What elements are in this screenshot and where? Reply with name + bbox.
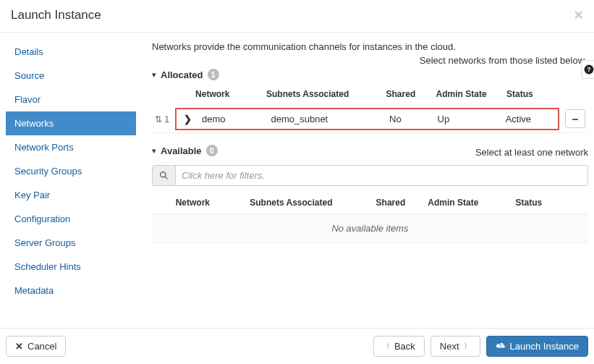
- sidebar-item-source[interactable]: Source: [6, 64, 136, 88]
- remove-network-button[interactable]: −: [565, 109, 585, 128]
- allocated-label: Allocated: [161, 69, 203, 80]
- sidebar-item-details[interactable]: Details: [6, 40, 136, 64]
- page-title: Launch Instance: [11, 8, 101, 22]
- available-hint: Select at least one network: [475, 147, 588, 158]
- filter-input[interactable]: [176, 166, 587, 185]
- available-label: Available: [161, 145, 202, 156]
- sidebar-item-configuration[interactable]: Configuration: [6, 207, 136, 231]
- sidebar-item-server-groups[interactable]: Server Groups: [6, 231, 136, 255]
- col-network: Network: [173, 193, 247, 213]
- cell-shared: No: [386, 109, 435, 130]
- col-status: Status: [499, 193, 559, 213]
- sidebar: Details Source Flavor Networks Network P…: [0, 33, 142, 310]
- cell-network: demo: [199, 109, 268, 130]
- col-subnets: Subnets Associated: [263, 85, 383, 105]
- sidebar-item-network-ports[interactable]: Network Ports: [6, 135, 136, 159]
- back-button[interactable]: 〈 Back: [373, 336, 425, 357]
- cloud-upload-icon: [496, 341, 506, 352]
- chevron-right-icon[interactable]: ❯: [179, 114, 196, 124]
- cell-subnets: demo_subnet: [268, 109, 386, 130]
- allocated-count-badge: 1: [208, 69, 219, 80]
- col-admin: Admin State: [433, 85, 504, 105]
- sidebar-item-scheduler-hints[interactable]: Scheduler Hints: [6, 255, 136, 279]
- available-count-badge: 0: [206, 145, 218, 156]
- svg-line-3: [165, 177, 167, 179]
- col-admin: Admin State: [425, 193, 499, 213]
- col-shared: Shared: [383, 85, 433, 105]
- description-text: Networks provide the communication chann…: [152, 41, 588, 52]
- sidebar-item-metadata[interactable]: Metadata: [6, 279, 136, 302]
- x-icon: ✕: [15, 341, 23, 352]
- sidebar-item-security-groups[interactable]: Security Groups: [6, 159, 136, 183]
- chevron-down-icon: ▾: [152, 146, 156, 156]
- chevron-down-icon: ▾: [152, 70, 156, 80]
- svg-text:?: ?: [587, 66, 590, 73]
- sidebar-item-flavor[interactable]: Flavor: [6, 88, 136, 111]
- available-toggle[interactable]: ▾ Available 0: [152, 145, 218, 156]
- allocated-toggle[interactable]: ▾ Allocated 1: [152, 69, 588, 80]
- empty-message: No available items: [152, 213, 588, 243]
- select-hint-text: Select networks from those listed below.: [152, 55, 588, 66]
- table-row: ⇅ 1 ❯ demo demo_subnet No Up Active −: [152, 105, 588, 133]
- col-status: Status: [504, 85, 560, 105]
- close-icon[interactable]: ×: [574, 7, 583, 23]
- sidebar-item-key-pair[interactable]: Key Pair: [6, 183, 136, 207]
- search-icon[interactable]: [153, 166, 176, 185]
- svg-point-2: [161, 172, 166, 177]
- col-shared: Shared: [373, 193, 425, 213]
- cell-admin: Up: [435, 109, 503, 130]
- sidebar-item-networks[interactable]: Networks: [6, 111, 136, 135]
- chevron-left-icon: 〈: [383, 342, 390, 352]
- next-button[interactable]: Next 〉: [430, 336, 480, 357]
- cell-status: Active: [503, 109, 559, 130]
- reorder-handle[interactable]: ⇅ 1: [155, 114, 172, 124]
- launch-instance-button[interactable]: Launch Instance: [486, 336, 588, 357]
- chevron-right-icon: 〉: [464, 342, 471, 352]
- cancel-button[interactable]: ✕ Cancel: [6, 336, 66, 357]
- col-network: Network: [192, 85, 263, 105]
- col-subnets: Subnets Associated: [247, 193, 373, 213]
- help-icon[interactable]: ?: [581, 60, 594, 79]
